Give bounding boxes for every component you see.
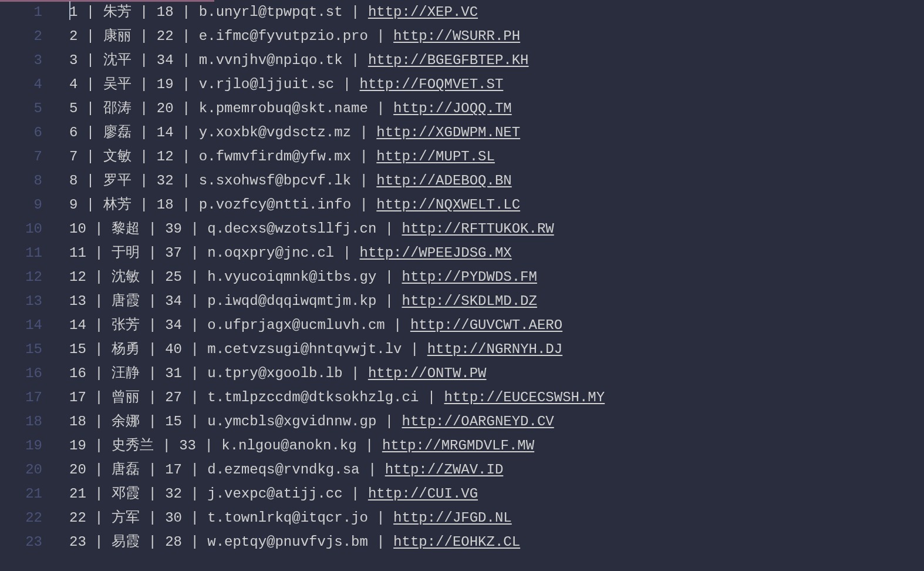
row-url[interactable]: http://SKDLMD.DZ [402, 293, 537, 309]
code-line[interactable]: 1 | 朱芳 | 18 | b.unyrl@tpwpqt.st | http:/… [69, 0, 605, 24]
row-text: 15 | 杨勇 | 40 | m.cetvzsugi@hntqvwjt.lv | [69, 341, 427, 357]
code-line[interactable]: 15 | 杨勇 | 40 | m.cetvzsugi@hntqvwjt.lv |… [69, 337, 605, 361]
code-line[interactable]: 19 | 史秀兰 | 33 | k.nlgou@anokn.kg | http:… [69, 434, 605, 458]
code-line[interactable]: 17 | 曾丽 | 27 | t.tmlpzccdm@dtksokhzlg.ci… [69, 385, 605, 409]
row-text: 2 | 康丽 | 22 | e.ifmc@fyvutpzio.pro | [69, 28, 393, 44]
row-text: 10 | 黎超 | 39 | q.decxs@wzotsllfj.cn | [69, 221, 402, 237]
row-url[interactable]: http://JFGD.NL [393, 510, 512, 526]
row-text: 22 | 方军 | 30 | t.townlrkq@itqcr.jo | [69, 510, 393, 526]
line-number: 18 [0, 409, 42, 434]
row-url[interactable]: http://MUPT.SL [376, 149, 495, 164]
code-editor[interactable]: 1234567891011121314151617181920212223 1 … [0, 0, 924, 571]
line-number: 6 [0, 120, 42, 145]
code-line[interactable]: 8 | 罗平 | 32 | s.sxohwsf@bpcvf.lk | http:… [69, 169, 605, 193]
row-text: 1 | 朱芳 | 18 | b.unyrl@tpwpqt.st | [69, 4, 368, 20]
row-url[interactable]: http://EUCECSWSH.MY [444, 389, 605, 405]
row-url[interactable]: http://ONTW.PW [368, 365, 487, 381]
row-text: 18 | 余娜 | 15 | u.ymcbls@xgvidnnw.gp | [69, 414, 402, 429]
tab-highlight [0, 0, 214, 2]
row-text: 4 | 吴平 | 19 | v.rjlo@ljjuit.sc | [69, 76, 359, 92]
row-url[interactable]: http://NQXWELT.LC [376, 197, 520, 213]
line-number: 13 [0, 289, 42, 313]
line-number: 8 [0, 169, 42, 193]
row-url[interactable]: http://RFTTUKOK.RW [402, 221, 554, 237]
row-url[interactable]: http://GUVCWT.AERO [410, 317, 562, 333]
row-text: 6 | 廖磊 | 14 | y.xoxbk@vgdsctz.mz | [69, 125, 376, 140]
row-url[interactable]: http://XGDWPM.NET [376, 125, 520, 140]
code-line[interactable]: 22 | 方军 | 30 | t.townlrkq@itqcr.jo | htt… [69, 506, 605, 530]
row-url[interactable]: http://PYDWDS.FM [402, 269, 537, 285]
code-line[interactable]: 4 | 吴平 | 19 | v.rjlo@ljjuit.sc | http://… [69, 72, 605, 96]
row-text: 9 | 林芳 | 18 | p.vozfcy@ntti.info | [69, 197, 376, 213]
row-url[interactable]: http://JOQQ.TM [393, 100, 512, 116]
row-url[interactable]: http://WPEEJDSG.MX [359, 245, 511, 261]
row-text: 14 | 张芳 | 34 | o.ufprjagx@ucmluvh.cm | [69, 317, 410, 333]
row-text: 16 | 汪静 | 31 | u.tpry@xgoolb.lb | [69, 365, 368, 381]
line-number: 12 [0, 265, 42, 289]
row-text: 19 | 史秀兰 | 33 | k.nlgou@anokn.kg | [69, 438, 382, 454]
code-line[interactable]: 18 | 余娜 | 15 | u.ymcbls@xgvidnnw.gp | ht… [69, 409, 605, 434]
row-url[interactable]: http://ZWAV.ID [385, 462, 504, 478]
row-url[interactable]: http://NGRNYH.DJ [427, 341, 562, 357]
row-text: 12 | 沈敏 | 25 | h.vyucoiqmnk@itbs.gy | [69, 269, 402, 285]
line-number: 15 [0, 337, 42, 361]
code-line[interactable]: 10 | 黎超 | 39 | q.decxs@wzotsllfj.cn | ht… [69, 217, 605, 241]
row-text: 13 | 唐霞 | 34 | p.iwqd@dqqiwqmtjm.kp | [69, 293, 402, 309]
row-url[interactable]: http://OARGNEYD.CV [402, 414, 554, 429]
row-text: 17 | 曾丽 | 27 | t.tmlpzccdm@dtksokhzlg.ci… [69, 389, 444, 405]
line-number: 3 [0, 48, 42, 72]
row-url[interactable]: http://ADEBOQ.BN [376, 173, 511, 189]
row-text: 11 | 于明 | 37 | n.oqxpry@jnc.cl | [69, 245, 359, 261]
line-number: 14 [0, 313, 42, 337]
line-number: 4 [0, 72, 42, 96]
row-url[interactable]: http://MRGMDVLF.MW [382, 438, 534, 454]
row-text: 7 | 文敏 | 12 | o.fwmvfirdm@yfw.mx | [69, 149, 376, 164]
line-number: 9 [0, 193, 42, 217]
line-number: 2 [0, 24, 42, 48]
code-line[interactable]: 9 | 林芳 | 18 | p.vozfcy@ntti.info | http:… [69, 193, 605, 217]
line-number: 21 [0, 482, 42, 506]
row-text: 8 | 罗平 | 32 | s.sxohwsf@bpcvf.lk | [69, 173, 376, 189]
line-number-gutter: 1234567891011121314151617181920212223 [0, 0, 53, 571]
line-number: 17 [0, 385, 42, 409]
code-line[interactable]: 12 | 沈敏 | 25 | h.vyucoiqmnk@itbs.gy | ht… [69, 265, 605, 289]
row-url[interactable]: http://FOQMVET.ST [359, 76, 503, 92]
code-line[interactable]: 13 | 唐霞 | 34 | p.iwqd@dqqiwqmtjm.kp | ht… [69, 289, 605, 313]
code-line[interactable]: 6 | 廖磊 | 14 | y.xoxbk@vgdsctz.mz | http:… [69, 120, 605, 145]
line-number: 16 [0, 361, 42, 385]
code-line[interactable]: 2 | 康丽 | 22 | e.ifmc@fyvutpzio.pro | htt… [69, 24, 605, 48]
row-url[interactable]: http://WSURR.PH [393, 28, 520, 44]
line-number: 1 [0, 0, 42, 24]
code-line[interactable]: 14 | 张芳 | 34 | o.ufprjagx@ucmluvh.cm | h… [69, 313, 605, 337]
code-line[interactable]: 20 | 唐磊 | 17 | d.ezmeqs@rvndkg.sa | http… [69, 458, 605, 482]
row-url[interactable]: http://EOHKZ.CL [393, 534, 520, 550]
line-number: 22 [0, 506, 42, 530]
row-text: 5 | 邵涛 | 20 | k.pmemrobuq@skt.name | [69, 100, 393, 116]
line-number: 20 [0, 458, 42, 482]
line-number: 5 [0, 96, 42, 120]
code-line[interactable]: 21 | 邓霞 | 32 | j.vexpc@atijj.cc | http:/… [69, 482, 605, 506]
row-url[interactable]: http://XEP.VC [368, 4, 478, 20]
code-line[interactable]: 3 | 沈平 | 34 | m.vvnjhv@npiqo.tk | http:/… [69, 48, 605, 72]
row-text: 20 | 唐磊 | 17 | d.ezmeqs@rvndkg.sa | [69, 462, 385, 478]
row-text: 23 | 易霞 | 28 | w.eptqy@pnuvfvjs.bm | [69, 534, 393, 550]
code-line[interactable]: 16 | 汪静 | 31 | u.tpry@xgoolb.lb | http:/… [69, 361, 605, 385]
code-line[interactable]: 5 | 邵涛 | 20 | k.pmemrobuq@skt.name | htt… [69, 96, 605, 120]
row-text: 21 | 邓霞 | 32 | j.vexpc@atijj.cc | [69, 486, 368, 502]
line-number: 23 [0, 530, 42, 554]
editor-content[interactable]: 1 | 朱芳 | 18 | b.unyrl@tpwpqt.st | http:/… [53, 0, 605, 571]
line-number: 19 [0, 434, 42, 458]
code-line[interactable]: 23 | 易霞 | 28 | w.eptqy@pnuvfvjs.bm | htt… [69, 530, 605, 554]
line-number: 10 [0, 217, 42, 241]
code-line[interactable]: 7 | 文敏 | 12 | o.fwmvfirdm@yfw.mx | http:… [69, 145, 605, 169]
line-number: 11 [0, 241, 42, 265]
code-line[interactable]: 11 | 于明 | 37 | n.oqxpry@jnc.cl | http://… [69, 241, 605, 265]
row-url[interactable]: http://BGEGFBTEP.KH [368, 52, 529, 68]
row-text: 3 | 沈平 | 34 | m.vvnjhv@npiqo.tk | [69, 52, 368, 68]
row-url[interactable]: http://CUI.VG [368, 486, 478, 502]
line-number: 7 [0, 145, 42, 169]
